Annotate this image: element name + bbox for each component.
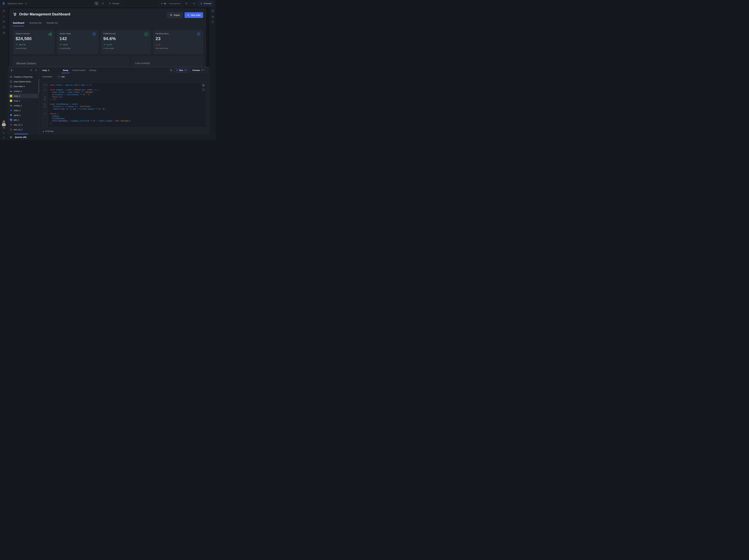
history-button[interactable] <box>2 26 5 29</box>
app-name[interactable]: Application name <box>7 2 23 5</box>
inspector-button[interactable] <box>3 15 5 18</box>
element-picker-button[interactable] <box>169 68 173 72</box>
share-button[interactable] <box>192 2 196 5</box>
version-environment-selector[interactable]: v1 Development <box>159 1 183 6</box>
query-item-restapi_2[interactable]: {REST}restapi_2 <box>8 103 38 108</box>
phone-icon <box>102 2 104 5</box>
stat-delta: 12 % <box>60 44 96 46</box>
package-icon <box>196 32 201 36</box>
query-item-label: New folder 2 <box>14 85 25 88</box>
query-item-runjs_1[interactable]: JSrunjs_1 <box>8 94 38 98</box>
filter-queries-button[interactable] <box>30 69 33 71</box>
preview-query-button[interactable]: Preview ⌘↑↵ <box>191 68 208 72</box>
query-item-label: runjs_1 <box>14 95 20 97</box>
history-icon <box>2 26 5 29</box>
promote-button[interactable]: Promote <box>198 1 214 6</box>
theme-toggle-button[interactable] <box>2 131 5 134</box>
code-text[interactable]: totalRevenue, <box>48 117 65 119</box>
query-item-aws_s3_1[interactable]: aws_s3_1 <box>8 122 38 127</box>
svg-text:{REST}: {REST} <box>10 105 12 106</box>
query-item-aws_s3_2[interactable]: aws_s3_2 <box>8 127 38 132</box>
run-query-button[interactable]: Run ⌘↵ <box>174 68 189 72</box>
query-item-Analytics & Reporting[interactable]: Analytics & Reporting <box>8 74 38 79</box>
search-icon <box>35 69 37 71</box>
fold-chevron-icon[interactable] <box>46 84 47 86</box>
query-item-tjdb_1[interactable]: tjdb_1 <box>8 118 38 122</box>
collaborators-more-badge[interactable]: +2 <box>1 126 6 129</box>
app-preview-button[interactable]: Preview <box>106 1 122 6</box>
tab-dashboard[interactable]: Dashboard <box>13 22 24 26</box>
query-item-pgsql_1[interactable]: pgsql_1 <box>8 113 38 117</box>
editor-ai-button[interactable] <box>202 88 205 91</box>
recent-orders-card[interactable]: Recent Orders <box>13 56 129 67</box>
environment-label: Development <box>169 2 181 5</box>
stat-card-pending-orders[interactable]: Pending orders235from past hour <box>153 30 203 54</box>
code-text[interactable]: const status = order.status ?? 'unknown'… <box>48 91 94 93</box>
code-text[interactable]: }, {}); <box>48 98 57 100</box>
components-button[interactable] <box>211 15 214 18</box>
code-line: const status = order.status ?? 'unknown'… <box>43 91 206 93</box>
query-tab-setup[interactable]: Setup <box>62 67 69 73</box>
search-icon <box>202 84 205 86</box>
stat-card-orders-today[interactable]: Orders today14212 %vs yesterday <box>57 30 99 54</box>
plus-icon <box>187 14 189 16</box>
rail-bottom: +2 <box>1 120 6 140</box>
live-activity-card[interactable]: Live activity <box>132 56 203 67</box>
stat-card-today-s-revenue[interactable]: Today's revenue$$24,58018.2 %vs yesterda… <box>13 30 55 54</box>
sparkles-icon <box>2 9 5 13</box>
code-text[interactable]: summary, <box>48 115 60 117</box>
app-logo-icon[interactable] <box>2 2 5 5</box>
code-text[interactable]: const summary = orders.reduce((acc, orde… <box>48 89 99 91</box>
query-list-scrollbar[interactable] <box>39 79 39 94</box>
chat-button[interactable] <box>2 136 5 139</box>
docs-button[interactable] <box>211 21 214 23</box>
toggle-query-panel-button[interactable] <box>10 136 12 138</box>
mobile-layout-button[interactable] <box>101 1 105 6</box>
desktop-layout-button[interactable] <box>94 1 99 6</box>
settings-button[interactable] <box>2 31 5 34</box>
trend-up-icon <box>60 44 62 46</box>
query-tab-transformation[interactable]: Transformation <box>72 67 86 73</box>
query-tab-settings[interactable]: Settings <box>89 67 97 73</box>
query-item-Data Pipeline Monit...[interactable]: Data Pipeline Monit... <box>8 79 38 84</box>
query-item-New folder 2[interactable]: New folder 2 <box>8 84 38 89</box>
search-queries-button[interactable] <box>35 69 37 71</box>
git-sync-button[interactable] <box>185 2 188 5</box>
code-editor[interactable]: 01const orders = queries.tjdb_1.data ?? … <box>43 83 206 127</box>
debugger-button[interactable] <box>2 20 5 23</box>
stat-card-fulfilment-rate[interactable]: Fulfilment rate94.6%2.1 %vs last week <box>101 30 151 54</box>
add-query-button[interactable] <box>9 68 13 72</box>
preview-shortcut: ⌘↑↵ <box>201 69 206 71</box>
query-item-runjs_2[interactable]: JSrunjs_2 <box>8 98 38 103</box>
code-text[interactable]: .reduce((sum, o) => sum + (o.total_amoun… <box>48 108 106 110</box>
dashboard-container-widget[interactable]: Order Management Dashboard Export New or… <box>9 8 206 67</box>
export-button[interactable]: Export <box>167 12 183 18</box>
topbar-center: Preview <box>94 1 122 6</box>
code-text[interactable]: const totalRevenue = orders <box>48 103 78 105</box>
plus-icon <box>10 69 13 71</box>
parameters-label: Parameters <box>42 75 52 78</box>
tab-reorder-list[interactable]: Reorder list <box>47 22 58 26</box>
code-text[interactable]: return { <box>48 113 58 115</box>
code-text[interactable]: const orders = queries.tjdb_1.data ?? []… <box>48 84 92 86</box>
query-item-stripe_1[interactable]: Sstripe_1 <box>8 108 38 113</box>
query-preview-footer[interactable]: ▲ Preview <box>39 128 210 134</box>
code-text[interactable]: }; <box>48 122 52 125</box>
right-rail <box>210 7 216 134</box>
new-order-button[interactable]: New order <box>185 12 203 18</box>
code-text[interactable]: return acc; <box>48 96 63 98</box>
ai-assistant-button[interactable] <box>2 9 5 13</box>
stat-sublabel: vs last week <box>103 47 148 49</box>
query-list-horizontal-scrollbar[interactable] <box>14 134 28 134</box>
tab-inventory-list[interactable]: Inventory list <box>29 22 42 26</box>
app-canvas[interactable]: Order Management Dashboard Export New or… <box>8 7 210 67</box>
add-widget-button[interactable] <box>211 9 215 13</box>
code-text[interactable]: .filter(o => o.status === 'fulfilled') <box>48 106 91 108</box>
code-text[interactable]: acc[status] = (acc[status] ?? 0) + 1; <box>48 93 90 96</box>
query-item-restapi_1[interactable]: {REST}restapi_1 <box>8 89 38 93</box>
code-text[interactable]: fulfillmentRate: ((summary.fulfilled ?? … <box>48 120 131 122</box>
query-list-tools <box>30 69 37 71</box>
add-parameter-button[interactable]: Add <box>56 75 66 79</box>
query-item-menu-button[interactable] <box>34 94 37 97</box>
editor-search-button[interactable] <box>202 84 205 87</box>
